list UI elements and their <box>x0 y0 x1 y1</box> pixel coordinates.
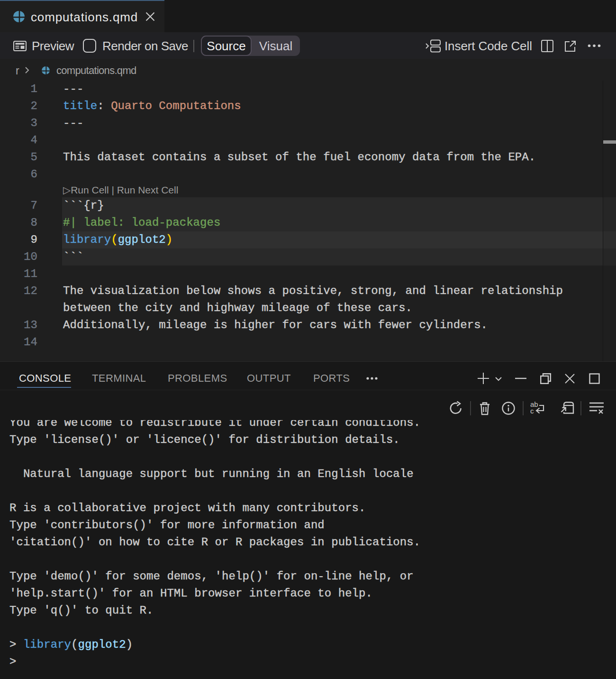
svg-text:c: c <box>530 407 534 415</box>
